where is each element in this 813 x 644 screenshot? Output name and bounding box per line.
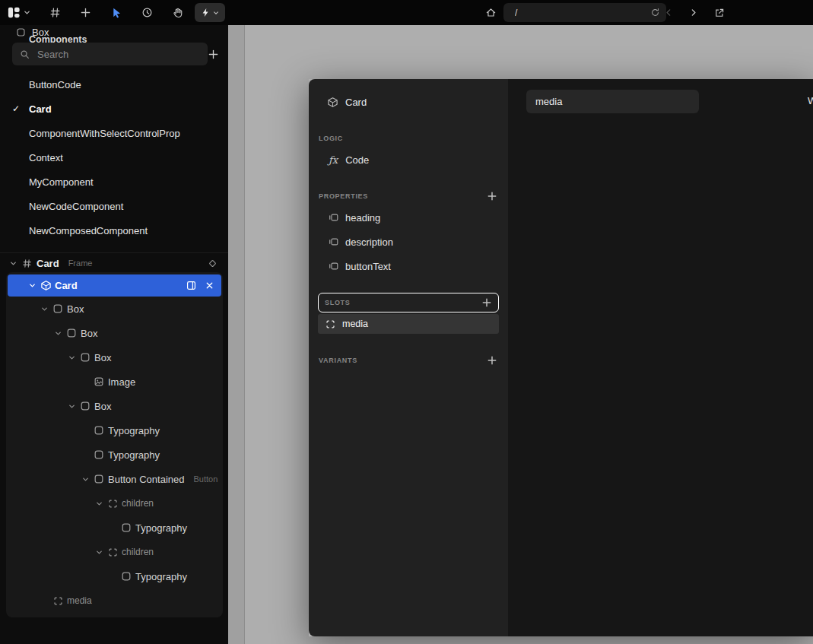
prop-label: description xyxy=(345,236,393,248)
modal-right-panel: W xyxy=(508,79,813,636)
prop-row[interactable]: heading xyxy=(309,205,508,230)
slot-icon xyxy=(52,595,64,607)
chevron-right-icon xyxy=(688,8,698,17)
open-external-button[interactable] xyxy=(710,3,729,22)
prop-icon xyxy=(329,236,339,247)
tree-row[interactable]: Typography xyxy=(6,516,223,540)
component-icon xyxy=(40,280,52,292)
tree-label: Typography xyxy=(135,571,187,582)
sidebar: Box Components ButtonCode✓CardComponentW… xyxy=(0,25,228,644)
component-list-item[interactable]: NewCodeComponent xyxy=(0,194,228,218)
clipped-label: W xyxy=(808,95,813,106)
slots-list: media xyxy=(318,314,499,334)
box-icon xyxy=(65,327,78,339)
tree-row[interactable]: Image xyxy=(6,370,223,394)
chevron-down-icon xyxy=(24,9,30,16)
tree-row[interactable]: Box xyxy=(6,345,223,370)
add-prop-button[interactable] xyxy=(487,191,497,201)
add-variant-button[interactable] xyxy=(487,355,497,366)
select-cursor-icon xyxy=(111,7,122,18)
component-list-item[interactable]: ComponentWithSelectControlProp xyxy=(0,121,228,145)
slot-name-input[interactable] xyxy=(526,90,699,113)
tree-row[interactable]: Button ContainedButton xyxy=(6,467,223,491)
prop-row[interactable]: description xyxy=(309,230,508,254)
preview-button[interactable] xyxy=(195,3,225,22)
add-component-button[interactable] xyxy=(208,49,219,60)
code-row[interactable]: ƒx Code xyxy=(329,151,369,169)
insert-plus-icon xyxy=(80,7,91,18)
component-label: Card xyxy=(29,103,52,115)
tree-label: Typography xyxy=(108,449,160,461)
check-icon: ✓ xyxy=(12,103,29,114)
chevron-down-icon[interactable] xyxy=(93,546,105,558)
prop-row[interactable]: buttonText xyxy=(309,254,508,278)
diamond-icon[interactable] xyxy=(208,259,218,268)
tree-label: media xyxy=(67,595,92,606)
modal-component-header: Card xyxy=(327,93,367,111)
path-input-box[interactable] xyxy=(503,3,666,22)
component-list-item[interactable]: ButtonCode xyxy=(0,72,228,97)
slot-icon xyxy=(106,497,119,509)
tree-row[interactable]: media xyxy=(6,588,223,613)
tree-row[interactable]: Card xyxy=(8,274,221,297)
search-box[interactable] xyxy=(12,43,208,65)
tree-row[interactable]: Typography xyxy=(6,418,223,443)
back-button[interactable] xyxy=(659,3,678,22)
chevron-down-icon[interactable] xyxy=(38,303,50,315)
prop-label: heading xyxy=(345,212,380,224)
box-icon xyxy=(93,449,105,461)
canvas-edge xyxy=(228,25,245,644)
chevron-down-icon[interactable] xyxy=(65,351,78,363)
external-link-icon xyxy=(714,8,725,18)
tree-row[interactable]: Box xyxy=(6,321,223,345)
chevron-down-icon[interactable] xyxy=(26,280,38,292)
chevron-down-icon[interactable] xyxy=(93,497,105,509)
tree-row[interactable]: Box xyxy=(6,394,223,418)
select-tool-button[interactable] xyxy=(106,3,126,22)
tree-row-actions xyxy=(186,281,214,290)
chevron-down-icon[interactable] xyxy=(52,327,64,339)
search-input[interactable] xyxy=(36,48,200,61)
tree-label: Typography xyxy=(108,425,160,436)
home-icon xyxy=(485,7,497,18)
insert-button[interactable] xyxy=(75,3,95,22)
box-icon xyxy=(120,570,132,582)
tree-label: Box xyxy=(67,303,84,315)
component-icon xyxy=(327,97,338,108)
tree-row[interactable]: Typography xyxy=(6,564,223,588)
slots-section-header[interactable]: SLOTS xyxy=(318,293,499,312)
frame-tool-button[interactable] xyxy=(45,3,65,22)
component-list-item[interactable]: ✓Card xyxy=(0,97,228,121)
app-logo-button[interactable] xyxy=(5,3,32,22)
component-list-item[interactable]: Context xyxy=(0,145,228,170)
outline-tag: Frame xyxy=(68,259,93,268)
slot-row[interactable]: media xyxy=(318,314,499,334)
forward-button[interactable] xyxy=(683,3,703,22)
outline-header[interactable]: Card Frame xyxy=(0,252,228,273)
tree-row[interactable]: Typography xyxy=(6,443,223,467)
chevron-down-icon[interactable] xyxy=(9,259,17,268)
search-icon xyxy=(20,49,30,59)
component-label: NewComposedComponent xyxy=(29,225,148,236)
chevron-left-icon xyxy=(664,8,674,17)
tree-row[interactable]: children xyxy=(6,491,223,516)
path-input[interactable] xyxy=(513,7,650,19)
prop-icon xyxy=(329,261,339,271)
home-button[interactable] xyxy=(481,3,500,22)
properties-section-label: PROPERTIES xyxy=(319,192,368,200)
tree-row[interactable]: Box xyxy=(6,297,223,321)
component-list-item[interactable]: NewComposedComponent xyxy=(0,218,228,243)
tree-label: children xyxy=(122,547,154,557)
chevron-down-icon[interactable] xyxy=(79,473,91,485)
close-icon[interactable] xyxy=(205,281,214,290)
open-panel-icon[interactable] xyxy=(186,281,196,290)
chevron-down-icon[interactable] xyxy=(65,400,78,412)
properties-section-header: PROPERTIES xyxy=(319,190,497,202)
prop-icon xyxy=(329,212,339,223)
component-list-item[interactable]: MyComponent xyxy=(0,170,228,194)
tree-row[interactable]: children xyxy=(6,540,223,564)
pan-tool-button[interactable] xyxy=(167,3,187,22)
search-row xyxy=(12,43,219,65)
add-slot-button[interactable] xyxy=(481,297,492,308)
history-tool-button[interactable] xyxy=(137,3,157,22)
